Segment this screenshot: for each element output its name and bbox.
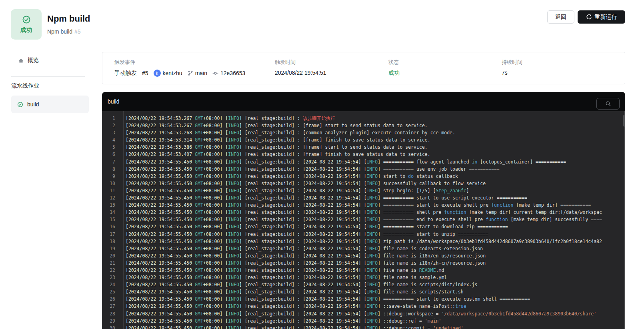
log-line-text: [2024/08/22 19:54:53.267 GMT+08:00] [INF… xyxy=(123,115,620,122)
duration-value: 7s xyxy=(502,70,508,76)
log-line-number: 30 xyxy=(102,325,123,329)
log-search-button[interactable] xyxy=(596,98,620,110)
log-line-text: [2024/08/22 19:54:53.268 GMT+08:00] [INF… xyxy=(123,129,620,136)
page-subtitle-name: Npm build xyxy=(47,28,72,35)
log-line-text: [2024/08/22 19:54:55.450 GMT+08:00] [INF… xyxy=(123,158,620,165)
log-line-number: 5 xyxy=(102,144,123,151)
status-badge: 成功 xyxy=(11,9,42,40)
trigger-time-label: 触发时间 xyxy=(275,59,296,66)
duration-label: 持续时间 xyxy=(502,59,522,66)
log-line: 24[2024/08/22 19:54:55.450 GMT+08:00] [I… xyxy=(102,281,625,288)
log-line-number: 18 xyxy=(102,238,123,245)
trigger-user: k kentzhu xyxy=(154,70,182,77)
log-line: 16[2024/08/22 19:54:55.450 GMT+08:00] [I… xyxy=(102,223,625,230)
log-line-text: [2024/08/22 19:54:55.450 GMT+08:00] [INF… xyxy=(123,295,620,303)
log-line-text: [2024/08/22 19:54:55.450 GMT+08:00] [INF… xyxy=(123,245,620,252)
log-line-number: 19 xyxy=(102,245,123,252)
log-line-text: [2024/08/22 19:54:53.267 GMT+08:00] [INF… xyxy=(123,122,620,129)
log-line-text: [2024/08/22 19:54:55.450 GMT+08:00] [INF… xyxy=(123,165,620,173)
log-line-text: [2024/08/22 19:54:53.407 GMT+08:00] [INF… xyxy=(123,151,620,158)
log-line-text: [2024/08/22 19:54:55.450 GMT+08:00] [INF… xyxy=(123,187,620,194)
log-line-number: 27 xyxy=(102,303,123,310)
log-line-number: 16 xyxy=(102,223,123,230)
log-line-number: 24 xyxy=(102,281,123,288)
trigger-type: 手动触发 xyxy=(114,70,137,77)
log-line-number: 12 xyxy=(102,194,123,201)
sidebar-item-overview[interactable]: 概览 xyxy=(10,54,90,66)
log-line-text: [2024/08/22 19:54:55.450 GMT+08:00] [INF… xyxy=(123,317,620,325)
log-line: 25[2024/08/22 19:54:55.450 GMT+08:00] [I… xyxy=(102,288,625,295)
log-scrollbar-track xyxy=(624,111,625,329)
log-line: 5[2024/08/22 19:54:53.386 GMT+08:00] [IN… xyxy=(102,144,625,151)
log-line-text: [2024/08/22 19:54:53.314 GMT+08:00] [INF… xyxy=(123,136,620,144)
log-line: 22[2024/08/22 19:54:55.450 GMT+08:00] [I… xyxy=(102,267,625,274)
log-line: 8[2024/08/22 19:54:55.450 GMT+08:00] [IN… xyxy=(102,165,625,173)
home-icon xyxy=(18,58,24,64)
log-line-text: [2024/08/22 19:54:55.450 GMT+08:00] [INF… xyxy=(123,201,620,209)
log-line-number: 25 xyxy=(102,288,123,295)
log-line: 13[2024/08/22 19:54:55.450 GMT+08:00] [I… xyxy=(102,201,625,209)
log-line: 4[2024/08/22 19:54:53.314 GMT+08:00] [IN… xyxy=(102,136,625,144)
log-line-text: [2024/08/22 19:54:55.450 GMT+08:00] [INF… xyxy=(123,252,620,259)
rerun-button-label: 重新运行 xyxy=(595,14,617,21)
status-badge-label: 成功 xyxy=(20,26,32,34)
log-line-text: [2024/08/22 19:54:55.450 GMT+08:00] [INF… xyxy=(123,281,620,288)
log-line-number: 10 xyxy=(102,180,123,187)
log-scrollbar-thumb[interactable] xyxy=(623,115,625,127)
log-line-number: 20 xyxy=(102,252,123,259)
log-line-text: [2024/08/22 19:54:55.450 GMT+08:00] [INF… xyxy=(123,267,620,274)
user-name: kentzhu xyxy=(163,70,182,76)
log-line: 29[2024/08/22 19:54:55.450 GMT+08:00] [I… xyxy=(102,317,625,325)
log-panel-header: build xyxy=(102,92,625,111)
log-line-text: [2024/08/22 19:54:55.450 GMT+08:00] [INF… xyxy=(123,259,620,267)
back-button[interactable]: 返回 xyxy=(547,10,574,24)
log-line-number: 4 xyxy=(102,136,123,144)
page-subtitle: Npm build#5 xyxy=(47,28,81,35)
log-line: 17[2024/08/22 19:54:55.450 GMT+08:00] [I… xyxy=(102,231,625,238)
branch-name: main xyxy=(195,70,207,76)
sidebar-item-job-build[interactable]: build xyxy=(11,96,89,113)
git-branch-icon xyxy=(188,70,193,76)
log-line-text: [2024/08/22 19:54:55.450 GMT+08:00] [INF… xyxy=(123,288,620,295)
log-line-number: 17 xyxy=(102,231,123,238)
log-line-number: 3 xyxy=(102,129,123,136)
search-icon xyxy=(605,101,611,107)
log-line: 2[2024/08/22 19:54:53.267 GMT+08:00] [IN… xyxy=(102,122,625,129)
log-line-number: 29 xyxy=(102,317,123,325)
log-line-number: 2 xyxy=(102,122,123,129)
log-line-number: 1 xyxy=(102,115,123,122)
log-line: 1[2024/08/22 19:54:53.267 GMT+08:00] [IN… xyxy=(102,115,625,122)
sidebar-item-overview-label: 概览 xyxy=(28,57,39,64)
log-line: 12[2024/08/22 19:54:55.450 GMT+08:00] [I… xyxy=(102,194,625,201)
log-line: 11[2024/08/22 19:54:55.450 GMT+08:00] [I… xyxy=(102,187,625,194)
log-line: 18[2024/08/22 19:54:55.450 GMT+08:00] [I… xyxy=(102,238,625,245)
log-line: 3[2024/08/22 19:54:53.268 GMT+08:00] [IN… xyxy=(102,129,625,136)
log-line-text: [2024/08/22 19:54:55.450 GMT+08:00] [INF… xyxy=(123,223,620,230)
commit-id: 12e36653 xyxy=(220,70,245,76)
log-line: 6[2024/08/22 19:54:53.407 GMT+08:00] [IN… xyxy=(102,151,625,158)
log-line-text: [2024/08/22 19:54:55.450 GMT+08:00] [INF… xyxy=(123,238,620,245)
log-line-number: 15 xyxy=(102,216,123,223)
git-commit-icon xyxy=(212,70,218,76)
log-line: 9[2024/08/22 19:54:55.450 GMT+08:00] [IN… xyxy=(102,173,625,180)
log-line-text: [2024/08/22 19:54:55.450 GMT+08:00] [INF… xyxy=(123,194,620,201)
log-line-number: 13 xyxy=(102,201,123,209)
commit-ref[interactable]: 12e36653 xyxy=(212,70,245,76)
run-number: #5 xyxy=(142,70,148,76)
log-line-text: [2024/08/22 19:54:55.450 GMT+08:00] [INF… xyxy=(123,209,620,216)
log-line: 23[2024/08/22 19:54:55.450 GMT+08:00] [I… xyxy=(102,274,625,281)
page-subtitle-run-number: #5 xyxy=(74,28,81,35)
log-line-text: [2024/08/22 19:54:55.450 GMT+08:00] [INF… xyxy=(123,231,620,238)
log-line: 15[2024/08/22 19:54:55.450 GMT+08:00] [I… xyxy=(102,216,625,223)
log-line: 26[2024/08/22 19:54:55.450 GMT+08:00] [I… xyxy=(102,295,625,303)
log-job-title: build xyxy=(108,98,120,105)
log-line-number: 6 xyxy=(102,151,123,158)
rerun-button[interactable]: 重新运行 xyxy=(578,10,625,24)
log-line: 28[2024/08/22 19:54:55.450 GMT+08:00] [I… xyxy=(102,310,625,317)
log-line: 19[2024/08/22 19:54:55.450 GMT+08:00] [I… xyxy=(102,245,625,252)
log-line: 30[2024/08/22 19:54:55.450 GMT+08:00] [I… xyxy=(102,325,625,329)
log-line-text: [2024/08/22 19:54:55.450 GMT+08:00] [INF… xyxy=(123,325,620,329)
status-label: 状态 xyxy=(388,59,399,66)
branch-ref[interactable]: main xyxy=(188,70,207,76)
status-value: 成功 xyxy=(388,70,400,77)
